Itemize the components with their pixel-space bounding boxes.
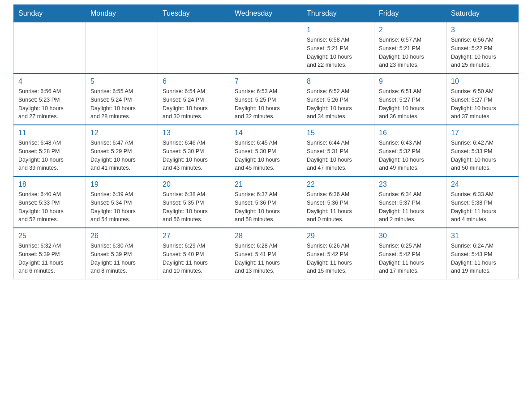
calendar-cell: 24Sunrise: 6:33 AM Sunset: 5:38 PM Dayli… — [446, 176, 519, 228]
day-info: Sunrise: 6:53 AM Sunset: 5:25 PM Dayligh… — [235, 87, 297, 121]
day-number: 14 — [235, 129, 297, 137]
day-info: Sunrise: 6:37 AM Sunset: 5:36 PM Dayligh… — [235, 190, 297, 224]
calendar-week-row: 1Sunrise: 6:58 AM Sunset: 5:21 PM Daylig… — [14, 22, 519, 74]
day-number: 31 — [451, 232, 514, 240]
calendar-cell: 27Sunrise: 6:29 AM Sunset: 5:40 PM Dayli… — [158, 228, 230, 279]
calendar-cell: 25Sunrise: 6:32 AM Sunset: 5:39 PM Dayli… — [14, 228, 86, 279]
day-info: Sunrise: 6:30 AM Sunset: 5:39 PM Dayligh… — [90, 242, 153, 275]
day-info: Sunrise: 6:45 AM Sunset: 5:30 PM Dayligh… — [235, 139, 297, 172]
day-info: Sunrise: 6:55 AM Sunset: 5:24 PM Dayligh… — [90, 87, 153, 121]
calendar-cell: 6Sunrise: 6:54 AM Sunset: 5:24 PM Daylig… — [158, 73, 230, 125]
day-number: 18 — [18, 180, 81, 188]
calendar-cell: 26Sunrise: 6:30 AM Sunset: 5:39 PM Dayli… — [86, 228, 158, 279]
day-number: 10 — [451, 77, 514, 86]
day-number: 2 — [379, 26, 442, 34]
calendar-week-row: 4Sunrise: 6:56 AM Sunset: 5:23 PM Daylig… — [14, 73, 519, 125]
calendar-cell: 17Sunrise: 6:42 AM Sunset: 5:33 PM Dayli… — [446, 125, 519, 176]
day-info: Sunrise: 6:32 AM Sunset: 5:39 PM Dayligh… — [18, 242, 81, 275]
calendar-header-wednesday: Wednesday — [230, 5, 302, 22]
day-info: Sunrise: 6:47 AM Sunset: 5:29 PM Dayligh… — [90, 139, 153, 172]
day-info: Sunrise: 6:56 AM Sunset: 5:23 PM Dayligh… — [18, 87, 81, 121]
calendar-cell: 30Sunrise: 6:25 AM Sunset: 5:42 PM Dayli… — [374, 228, 446, 279]
day-number: 29 — [307, 232, 369, 240]
day-number: 4 — [18, 77, 81, 86]
calendar-cell: 8Sunrise: 6:52 AM Sunset: 5:26 PM Daylig… — [302, 73, 374, 125]
day-number: 22 — [307, 180, 369, 188]
calendar-header-row: SundayMondayTuesdayWednesdayThursdayFrid… — [14, 5, 519, 22]
day-number: 16 — [379, 129, 442, 137]
day-number: 27 — [163, 232, 225, 240]
calendar-cell: 5Sunrise: 6:55 AM Sunset: 5:24 PM Daylig… — [86, 73, 158, 125]
calendar-cell: 3Sunrise: 6:56 AM Sunset: 5:22 PM Daylig… — [446, 22, 519, 74]
day-number: 3 — [451, 26, 514, 34]
calendar-cell: 11Sunrise: 6:48 AM Sunset: 5:28 PM Dayli… — [14, 125, 86, 176]
calendar-cell: 2Sunrise: 6:57 AM Sunset: 5:21 PM Daylig… — [374, 22, 446, 74]
day-number: 15 — [307, 129, 369, 137]
day-number: 20 — [163, 180, 225, 188]
day-info: Sunrise: 6:54 AM Sunset: 5:24 PM Dayligh… — [163, 87, 225, 121]
calendar-week-row: 18Sunrise: 6:40 AM Sunset: 5:33 PM Dayli… — [14, 176, 519, 228]
calendar-cell: 23Sunrise: 6:34 AM Sunset: 5:37 PM Dayli… — [374, 176, 446, 228]
calendar-cell: 10Sunrise: 6:50 AM Sunset: 5:27 PM Dayli… — [446, 73, 519, 125]
day-number: 8 — [307, 77, 369, 86]
day-info: Sunrise: 6:42 AM Sunset: 5:33 PM Dayligh… — [451, 139, 514, 172]
day-number: 28 — [235, 232, 297, 240]
calendar-cell: 15Sunrise: 6:44 AM Sunset: 5:31 PM Dayli… — [302, 125, 374, 176]
calendar-cell: 29Sunrise: 6:26 AM Sunset: 5:42 PM Dayli… — [302, 228, 374, 279]
calendar-cell: 14Sunrise: 6:45 AM Sunset: 5:30 PM Dayli… — [230, 125, 302, 176]
day-info: Sunrise: 6:44 AM Sunset: 5:31 PM Dayligh… — [307, 139, 369, 172]
calendar-cell — [14, 22, 86, 74]
calendar-week-row: 25Sunrise: 6:32 AM Sunset: 5:39 PM Dayli… — [14, 228, 519, 279]
day-info: Sunrise: 6:24 AM Sunset: 5:43 PM Dayligh… — [451, 242, 514, 275]
calendar-header-friday: Friday — [374, 5, 446, 22]
day-info: Sunrise: 6:43 AM Sunset: 5:32 PM Dayligh… — [379, 139, 442, 172]
calendar-cell: 12Sunrise: 6:47 AM Sunset: 5:29 PM Dayli… — [86, 125, 158, 176]
calendar-cell: 1Sunrise: 6:58 AM Sunset: 5:21 PM Daylig… — [302, 22, 374, 74]
day-number: 25 — [18, 232, 81, 240]
calendar-cell: 20Sunrise: 6:38 AM Sunset: 5:35 PM Dayli… — [158, 176, 230, 228]
day-info: Sunrise: 6:39 AM Sunset: 5:34 PM Dayligh… — [90, 190, 153, 224]
calendar-cell: 28Sunrise: 6:28 AM Sunset: 5:41 PM Dayli… — [230, 228, 302, 279]
day-info: Sunrise: 6:52 AM Sunset: 5:26 PM Dayligh… — [307, 87, 369, 121]
calendar-cell: 31Sunrise: 6:24 AM Sunset: 5:43 PM Dayli… — [446, 228, 519, 279]
day-info: Sunrise: 6:56 AM Sunset: 5:22 PM Dayligh… — [451, 36, 514, 69]
day-number: 6 — [163, 77, 225, 86]
calendar-header-monday: Monday — [86, 5, 158, 22]
day-info: Sunrise: 6:58 AM Sunset: 5:21 PM Dayligh… — [307, 36, 369, 69]
calendar-cell — [158, 22, 230, 74]
calendar-cell: 4Sunrise: 6:56 AM Sunset: 5:23 PM Daylig… — [14, 73, 86, 125]
day-info: Sunrise: 6:48 AM Sunset: 5:28 PM Dayligh… — [18, 139, 81, 172]
day-number: 30 — [379, 232, 442, 240]
calendar-table: SundayMondayTuesdayWednesdayThursdayFrid… — [13, 4, 519, 279]
day-number: 9 — [379, 77, 442, 86]
calendar-cell: 7Sunrise: 6:53 AM Sunset: 5:25 PM Daylig… — [230, 73, 302, 125]
calendar-cell: 18Sunrise: 6:40 AM Sunset: 5:33 PM Dayli… — [14, 176, 86, 228]
calendar-header-tuesday: Tuesday — [158, 5, 230, 22]
day-info: Sunrise: 6:51 AM Sunset: 5:27 PM Dayligh… — [379, 87, 442, 121]
day-info: Sunrise: 6:57 AM Sunset: 5:21 PM Dayligh… — [379, 36, 442, 69]
calendar-header-sunday: Sunday — [14, 5, 86, 22]
calendar-header-thursday: Thursday — [302, 5, 374, 22]
day-info: Sunrise: 6:29 AM Sunset: 5:40 PM Dayligh… — [163, 242, 225, 275]
day-number: 5 — [90, 77, 153, 86]
calendar-week-row: 11Sunrise: 6:48 AM Sunset: 5:28 PM Dayli… — [14, 125, 519, 176]
day-number: 19 — [90, 180, 153, 188]
calendar-cell — [230, 22, 302, 74]
day-info: Sunrise: 6:33 AM Sunset: 5:38 PM Dayligh… — [451, 190, 514, 224]
calendar-header-saturday: Saturday — [446, 5, 519, 22]
day-number: 13 — [163, 129, 225, 137]
calendar-cell: 16Sunrise: 6:43 AM Sunset: 5:32 PM Dayli… — [374, 125, 446, 176]
day-info: Sunrise: 6:26 AM Sunset: 5:42 PM Dayligh… — [307, 242, 369, 275]
day-number: 1 — [307, 26, 369, 34]
day-info: Sunrise: 6:38 AM Sunset: 5:35 PM Dayligh… — [163, 190, 225, 224]
calendar-cell — [86, 22, 158, 74]
day-number: 17 — [451, 129, 514, 137]
day-number: 12 — [90, 129, 153, 137]
day-info: Sunrise: 6:40 AM Sunset: 5:33 PM Dayligh… — [18, 190, 81, 224]
day-info: Sunrise: 6:28 AM Sunset: 5:41 PM Dayligh… — [235, 242, 297, 275]
day-number: 26 — [90, 232, 153, 240]
day-info: Sunrise: 6:46 AM Sunset: 5:30 PM Dayligh… — [163, 139, 225, 172]
calendar-cell: 19Sunrise: 6:39 AM Sunset: 5:34 PM Dayli… — [86, 176, 158, 228]
calendar-cell: 22Sunrise: 6:36 AM Sunset: 5:36 PM Dayli… — [302, 176, 374, 228]
day-info: Sunrise: 6:36 AM Sunset: 5:36 PM Dayligh… — [307, 190, 369, 224]
